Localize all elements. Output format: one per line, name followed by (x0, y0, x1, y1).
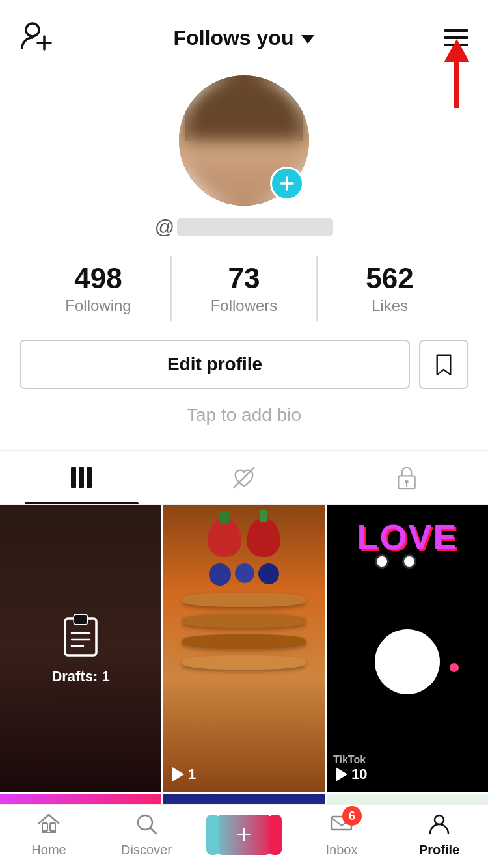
svg-rect-7 (87, 467, 92, 488)
action-buttons: Edit profile (20, 340, 468, 389)
video-cell-draft[interactable]: Drafts: 1 (0, 505, 161, 792)
followers-count: 73 (228, 263, 260, 294)
avatar-section: @ 498 Following 73 Followers 562 Likes E… (0, 62, 488, 448)
draft-label: Drafts: 1 (51, 668, 109, 685)
play-count-2: 10 (351, 766, 367, 783)
play-badge-1: 1 (172, 766, 196, 783)
play-badge-2: 10 (336, 766, 367, 783)
bio-placeholder[interactable]: Tap to add bio (187, 405, 301, 426)
tab-posts[interactable] (0, 451, 163, 504)
avatar-wrapper (179, 75, 309, 206)
svg-rect-14 (74, 615, 87, 624)
video-cell-food[interactable]: 1 (163, 505, 325, 792)
play-icon (172, 767, 184, 781)
following-count: 498 (74, 263, 122, 294)
white-glow (375, 629, 440, 694)
food-content (163, 505, 325, 792)
username-blurred (177, 218, 333, 236)
nav-home[interactable]: Home (0, 811, 98, 861)
tab-liked[interactable] (163, 451, 325, 504)
chevron-down-icon (301, 35, 314, 44)
home-icon (36, 811, 61, 839)
followers-label: Followers (211, 297, 278, 315)
play-count-1: 1 (188, 766, 196, 783)
svg-point-0 (26, 23, 39, 36)
nav-inbox[interactable]: 6 Inbox (293, 811, 390, 861)
nav-profile[interactable]: Profile (390, 811, 488, 861)
love-text: LOVE (357, 517, 457, 557)
discover-label: Discover (121, 843, 172, 858)
likes-count: 562 (366, 263, 413, 294)
inbox-label: Inbox (326, 843, 358, 858)
profile-icon (427, 811, 452, 839)
bottom-nav: Home Discover + 6 Inbox (0, 804, 488, 868)
stats-row: 498 Following 73 Followers 562 Likes (0, 256, 488, 321)
avatar-add-button[interactable] (270, 167, 304, 200)
tiktok-watermark: TikTok (333, 754, 366, 766)
add-user-button[interactable] (20, 20, 53, 56)
draft-content: Drafts: 1 (0, 505, 161, 792)
header-title-section[interactable]: Follows you (174, 26, 315, 50)
svg-line-21 (150, 828, 156, 834)
nav-plus[interactable]: + (195, 815, 293, 859)
likes-stat[interactable]: 562 Likes (318, 256, 462, 321)
svg-rect-18 (42, 823, 47, 831)
header-right (416, 29, 468, 46)
at-symbol: @ (155, 216, 174, 238)
love-bg: LOVE TikTok (327, 505, 488, 792)
svg-rect-5 (71, 467, 76, 488)
tab-private[interactable] (325, 451, 488, 504)
video-cell-love[interactable]: LOVE TikTok 10 (327, 505, 488, 792)
username-row: @ (155, 216, 333, 238)
nav-discover[interactable]: Discover (98, 811, 195, 861)
edit-profile-button[interactable]: Edit profile (20, 340, 410, 389)
svg-rect-6 (79, 467, 84, 488)
header: Follows you (0, 0, 488, 62)
inbox-icon: 6 (329, 811, 354, 839)
following-stat[interactable]: 498 Following (26, 256, 170, 321)
header-left (20, 20, 72, 56)
home-label: Home (31, 843, 66, 858)
tabs-row (0, 450, 488, 505)
inbox-badge: 6 (342, 806, 362, 826)
bookmark-button[interactable] (419, 340, 468, 389)
likes-label: Likes (372, 297, 408, 315)
plus-button[interactable]: + (213, 815, 275, 855)
menu-button[interactable] (444, 29, 468, 46)
plus-icon: + (236, 820, 251, 849)
svg-point-22 (435, 815, 444, 824)
followers-stat[interactable]: 73 Followers (172, 256, 316, 321)
follows-you-label: Follows you (174, 26, 294, 50)
profile-label: Profile (419, 843, 459, 858)
following-label: Following (65, 297, 131, 315)
search-icon (134, 811, 159, 839)
play-icon-2 (336, 767, 347, 781)
svg-rect-19 (50, 823, 55, 831)
